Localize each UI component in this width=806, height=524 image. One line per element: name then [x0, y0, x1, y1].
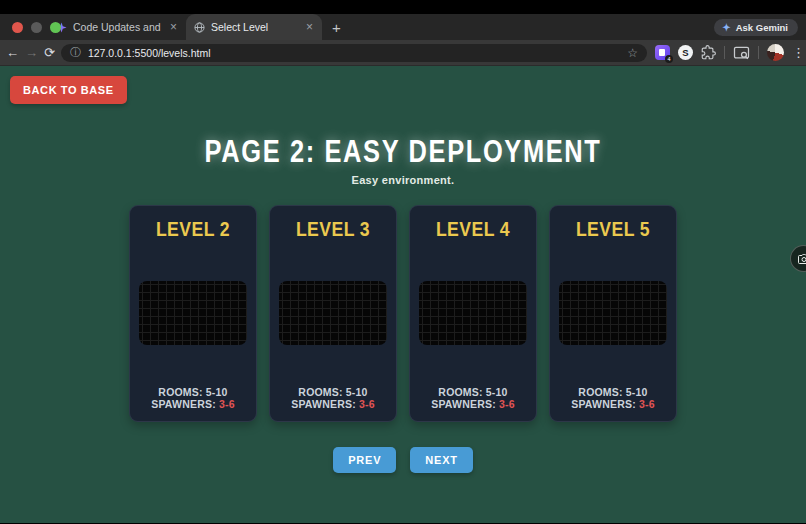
close-tab-icon[interactable]: × [169, 20, 178, 34]
page-title: PAGE 2: EASY DEPLOYMENT [73, 134, 734, 170]
forward-icon[interactable]: → [25, 45, 38, 60]
tab-strip: Code Updates and Integration × Select Le… [0, 14, 806, 40]
page-subtitle: Easy environment. [0, 174, 806, 186]
level-title: LEVEL 5 [558, 218, 669, 241]
zoom-window-button[interactable] [50, 22, 61, 33]
level-title: LEVEL 3 [278, 218, 389, 241]
level-cards-row: LEVEL 2 ROOMS: 5-10 SPAWNERS: 3-6 LEVEL … [0, 205, 806, 422]
back-icon[interactable]: ← [6, 45, 19, 60]
rooms-stat: ROOMS: 5-10 [410, 386, 536, 399]
spawners-value: 3-6 [499, 398, 515, 410]
inspect-capture-icon[interactable] [733, 46, 750, 60]
close-tab-icon[interactable]: × [305, 20, 314, 34]
toolbar-divider [758, 46, 759, 59]
extension-glyph [659, 49, 665, 56]
s-extension-icon[interactable]: S [678, 45, 693, 60]
level-card-5[interactable]: LEVEL 5 ROOMS: 5-10 SPAWNERS: 3-6 [549, 205, 677, 422]
browser-menu-icon[interactable]: ⋮ [792, 45, 805, 60]
rooms-stat: ROOMS: 5-10 [550, 386, 676, 399]
rooms-stat: ROOMS: 5-10 [130, 386, 256, 399]
bookmark-star-icon[interactable]: ☆ [627, 46, 638, 60]
level-card-3[interactable]: LEVEL 3 ROOMS: 5-10 SPAWNERS: 3-6 [269, 205, 397, 422]
profile-avatar[interactable] [767, 44, 784, 61]
spawners-label: SPAWNERS: [431, 398, 499, 410]
extensions-puzzle-icon[interactable] [701, 45, 716, 60]
browser-window: Code Updates and Integration × Select Le… [0, 14, 806, 524]
level-title: LEVEL 2 [138, 218, 249, 241]
minimize-window-button[interactable] [31, 22, 42, 33]
level-stats: ROOMS: 5-10 SPAWNERS: 3-6 [270, 386, 396, 411]
level-card-2[interactable]: LEVEL 2 ROOMS: 5-10 SPAWNERS: 3-6 [129, 205, 257, 422]
gemini-sparkle-icon: ✦ [722, 22, 730, 33]
url-text: 127.0.0.1:5500/levels.html [88, 47, 620, 59]
new-tab-button[interactable]: + [332, 19, 341, 36]
tab-select-level[interactable]: Select Level × [186, 14, 322, 40]
spawners-label: SPAWNERS: [151, 398, 219, 410]
ask-gemini-button[interactable]: ✦ Ask Gemini [714, 19, 798, 36]
level-stats: ROOMS: 5-10 SPAWNERS: 3-6 [410, 386, 536, 411]
level-map-preview [139, 281, 247, 345]
close-window-button[interactable] [12, 22, 23, 33]
pieces-extension-icon[interactable]: 4 [655, 45, 670, 60]
address-bar[interactable]: ⓘ 127.0.0.1:5500/levels.html ☆ [61, 44, 647, 62]
rooms-stat: ROOMS: 5-10 [270, 386, 396, 399]
spawners-stat: SPAWNERS: 3-6 [410, 398, 536, 411]
page-content: BACK TO BASE PAGE 2: EASY DEPLOYMENT Eas… [0, 66, 806, 523]
site-info-icon[interactable]: ⓘ [70, 45, 81, 60]
level-map-preview [419, 281, 527, 345]
spawners-stat: SPAWNERS: 3-6 [130, 398, 256, 411]
level-title: LEVEL 4 [418, 218, 529, 241]
tab-title: Select Level [211, 21, 299, 33]
prev-button[interactable]: PREV [333, 447, 396, 473]
level-stats: ROOMS: 5-10 SPAWNERS: 3-6 [550, 386, 676, 411]
tab-title: Code Updates and Integration [73, 21, 163, 33]
toolbar-divider [724, 46, 725, 59]
spawners-label: SPAWNERS: [291, 398, 359, 410]
spawners-stat: SPAWNERS: 3-6 [550, 398, 676, 411]
globe-icon [194, 22, 205, 33]
camera-icon [798, 254, 806, 264]
extension-badge: 4 [665, 55, 673, 63]
next-button[interactable]: NEXT [410, 447, 473, 473]
spawners-value: 3-6 [359, 398, 375, 410]
back-to-base-button[interactable]: BACK TO BASE [10, 76, 127, 104]
spawners-value: 3-6 [219, 398, 235, 410]
level-map-preview [279, 281, 387, 345]
spawners-value: 3-6 [639, 398, 655, 410]
browser-toolbar: ← → ⟳ ⓘ 127.0.0.1:5500/levels.html ☆ 4 S [0, 40, 806, 66]
ask-gemini-label: Ask Gemini [736, 22, 788, 33]
tab-code-updates[interactable]: Code Updates and Integration × [48, 14, 186, 40]
level-stats: ROOMS: 5-10 SPAWNERS: 3-6 [130, 386, 256, 411]
reload-icon[interactable]: ⟳ [44, 45, 55, 60]
spawners-label: SPAWNERS: [571, 398, 639, 410]
toolbar-extensions-area: 4 S ⋮ [655, 44, 805, 61]
level-map-preview [559, 281, 667, 345]
level-card-4[interactable]: LEVEL 4 ROOMS: 5-10 SPAWNERS: 3-6 [409, 205, 537, 422]
pager: PREV NEXT [0, 447, 806, 473]
spawners-stat: SPAWNERS: 3-6 [270, 398, 396, 411]
window-controls [12, 22, 61, 33]
